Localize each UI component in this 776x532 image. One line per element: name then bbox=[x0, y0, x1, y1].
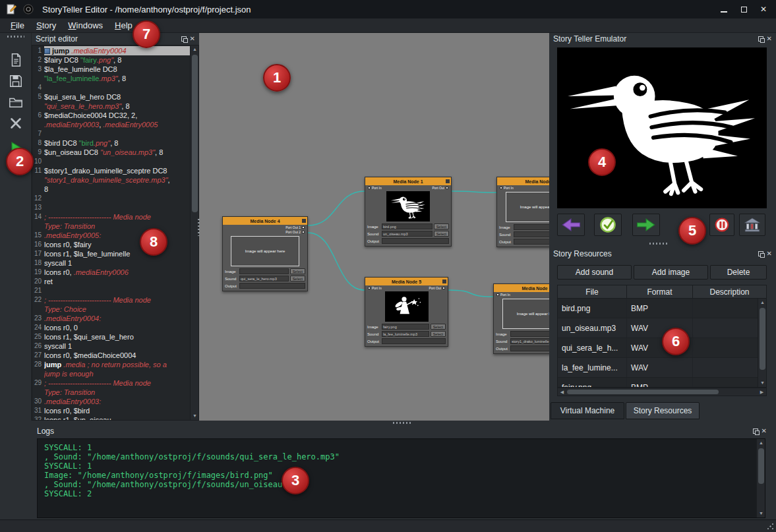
code-line[interactable]: 23.mediaEntry0004: bbox=[32, 314, 190, 323]
resize-grip[interactable] bbox=[767, 523, 774, 530]
scroll-up-icon[interactable]: ▲ bbox=[757, 439, 765, 447]
port-in[interactable]: Port In bbox=[495, 293, 510, 297]
code-line[interactable]: 3$la_fee_luminelle DC8"la_fee_luminelle.… bbox=[32, 65, 190, 83]
scroll-down-icon[interactable]: ▼ bbox=[191, 412, 199, 420]
code-line[interactable]: 25lcons r1, $qui_sera_le_hero bbox=[32, 332, 190, 341]
port-in[interactable]: Port In bbox=[498, 186, 514, 190]
logs-output[interactable]: SYSCALL: 1, Sound: "/home/anthony/ostpro… bbox=[37, 438, 765, 518]
code-line[interactable]: 21 bbox=[32, 286, 190, 295]
scrollbar-thumb[interactable] bbox=[760, 308, 765, 370]
code-line[interactable]: 27lcons r0, $mediaChoice0004 bbox=[32, 351, 190, 360]
column-format[interactable]: Format bbox=[627, 285, 693, 298]
port-out[interactable]: Port Out bbox=[432, 186, 450, 190]
select-button[interactable]: Select bbox=[290, 276, 305, 281]
node-canvas[interactable]: Media Node 4Port Out 1Port Out 2Image wi… bbox=[199, 33, 549, 421]
code-line[interactable]: 5$qui_sera_le_hero DC8"qui_sera_le_hero.… bbox=[32, 92, 190, 111]
code-line[interactable]: 11$story1_drako_luminelle_sceptre DC8"st… bbox=[32, 166, 190, 194]
port-dot-icon[interactable] bbox=[442, 287, 445, 289]
field-value[interactable] bbox=[514, 231, 549, 237]
port-dot-icon[interactable] bbox=[368, 187, 371, 189]
code-line[interactable]: 32lcons r1, $un_oiseau bbox=[32, 415, 190, 421]
field-value[interactable] bbox=[239, 283, 305, 289]
next-button[interactable] bbox=[632, 214, 660, 236]
code-line[interactable]: 10 bbox=[32, 157, 190, 166]
port-dot-icon[interactable] bbox=[496, 293, 499, 296]
scroll-up-icon[interactable]: ▲ bbox=[758, 299, 767, 307]
scroll-right-icon[interactable]: ▶ bbox=[758, 388, 766, 396]
media-node[interactable]: Media Node 2Port InImage will appear her… bbox=[496, 177, 549, 247]
code-line[interactable]: 20ret bbox=[32, 277, 190, 286]
port-dot-icon[interactable] bbox=[302, 226, 305, 229]
port-dot-icon[interactable] bbox=[368, 287, 371, 289]
code-line[interactable]: 7 bbox=[32, 129, 190, 138]
media-node[interactable]: Media Node 3Port InImage will appear her… bbox=[493, 283, 549, 354]
field-value[interactable] bbox=[510, 331, 549, 337]
select-button[interactable]: Select bbox=[431, 331, 446, 337]
port-dot-icon[interactable] bbox=[302, 231, 305, 233]
float-panel-icon[interactable] bbox=[181, 36, 187, 42]
field-value[interactable] bbox=[382, 238, 449, 244]
code-line[interactable]: 13 bbox=[32, 203, 190, 212]
code-line[interactable]: 31lcons r0, $bird bbox=[32, 406, 190, 415]
float-panel-icon[interactable] bbox=[753, 429, 758, 434]
column-file[interactable]: File bbox=[558, 285, 627, 298]
code-line[interactable]: 2$fairy DC8 "fairy.png", 8 bbox=[32, 55, 190, 65]
ok-button[interactable] bbox=[594, 214, 622, 236]
scrollbar-thumb[interactable] bbox=[192, 55, 198, 212]
close-panel-icon[interactable]: ✕ bbox=[767, 36, 772, 42]
code-line[interactable]: 30.mediaEntry0003: bbox=[32, 397, 190, 406]
close-panel-icon[interactable]: ✕ bbox=[767, 251, 772, 257]
tab-virtual-machine[interactable]: Virtual Machine bbox=[551, 402, 624, 419]
node-title[interactable]: Media Node 4 bbox=[223, 217, 307, 225]
select-button[interactable]: Select bbox=[434, 223, 449, 229]
scrollbar-thumb[interactable] bbox=[567, 390, 719, 394]
select-button[interactable]: Select bbox=[431, 324, 446, 330]
table-scrollbar[interactable]: ▲ ▼ bbox=[758, 299, 766, 387]
node-title[interactable]: Media Node 1 bbox=[365, 177, 451, 185]
code-line[interactable]: 18syscall 1 bbox=[32, 258, 190, 268]
code-line[interactable]: 17lcons r1, $la_fee_luminelle bbox=[32, 249, 190, 258]
new-script-button[interactable] bbox=[6, 50, 26, 70]
port-dot-icon[interactable] bbox=[446, 187, 448, 189]
code-line[interactable]: 9$un_oiseau DC8 "un_oiseau.mp3", 8 bbox=[32, 148, 190, 157]
title-bar[interactable]: StoryTeller Editor - /home/anthony/ostpr… bbox=[0, 0, 776, 18]
table-hscrollbar[interactable]: ◀ ▶ bbox=[557, 388, 767, 396]
close-panel-icon[interactable]: ✕ bbox=[190, 36, 195, 42]
table-row[interactable]: fairy.pngBMP bbox=[558, 378, 766, 388]
table-row[interactable]: bird.pngBMP bbox=[558, 299, 766, 318]
open-button[interactable] bbox=[6, 92, 26, 112]
close-button[interactable]: ✕ bbox=[754, 0, 773, 18]
port-in[interactable]: Port In bbox=[367, 286, 382, 290]
scroll-left-icon[interactable]: ◀ bbox=[558, 388, 566, 396]
maximize-button[interactable] bbox=[734, 0, 754, 18]
code-line[interactable]: 8$bird DC8 "bird.png", 8 bbox=[32, 138, 190, 148]
resources-table[interactable]: File Format Description bird.pngBMPun_oi… bbox=[557, 285, 767, 388]
select-button[interactable]: Select bbox=[290, 268, 305, 274]
float-panel-icon[interactable] bbox=[758, 251, 763, 256]
script-editor[interactable]: 1jump .mediaEntry00042$fairy DC8 "fairy.… bbox=[32, 45, 199, 421]
field-value[interactable]: fairy.png bbox=[382, 324, 429, 330]
node-title[interactable]: Media Node 5 bbox=[365, 278, 448, 285]
splitter-handle-horizontal[interactable] bbox=[393, 422, 411, 424]
add-image-button[interactable]: Add image bbox=[634, 265, 708, 280]
field-value[interactable] bbox=[514, 224, 549, 230]
field-value[interactable]: bird.png bbox=[382, 223, 433, 229]
scroll-down-icon[interactable]: ▼ bbox=[757, 510, 765, 517]
field-value[interactable]: story1_drako_luminelle_sceptre.mp3 bbox=[510, 338, 549, 344]
field-value[interactable] bbox=[510, 345, 549, 351]
media-node[interactable]: Media Node 1Port InPort Out Imagebird.pn… bbox=[365, 177, 452, 247]
delete-button[interactable]: Delete bbox=[710, 265, 767, 280]
port-out[interactable]: Port Out 1 bbox=[285, 225, 306, 229]
table-row[interactable]: un_oiseau.mp3WAV bbox=[558, 318, 766, 338]
code-line[interactable]: 14; -------------------------- Media nod… bbox=[32, 212, 190, 231]
code-line[interactable]: 12 bbox=[32, 194, 190, 203]
field-value[interactable] bbox=[382, 338, 446, 344]
port-dot-icon[interactable] bbox=[500, 187, 502, 189]
menu-story[interactable]: Story bbox=[31, 19, 61, 32]
field-value[interactable]: qui_sera_le_hero.mp3 bbox=[239, 276, 289, 281]
code-line[interactable]: 22; -------------------------- Media nod… bbox=[32, 295, 190, 314]
code-line[interactable]: 29; -------------------------- Media nod… bbox=[32, 378, 190, 397]
scrollbar-thumb[interactable] bbox=[758, 448, 764, 484]
field-value[interactable]: la_fee_luminelle.mp3 bbox=[382, 331, 429, 337]
save-button[interactable] bbox=[6, 71, 26, 91]
